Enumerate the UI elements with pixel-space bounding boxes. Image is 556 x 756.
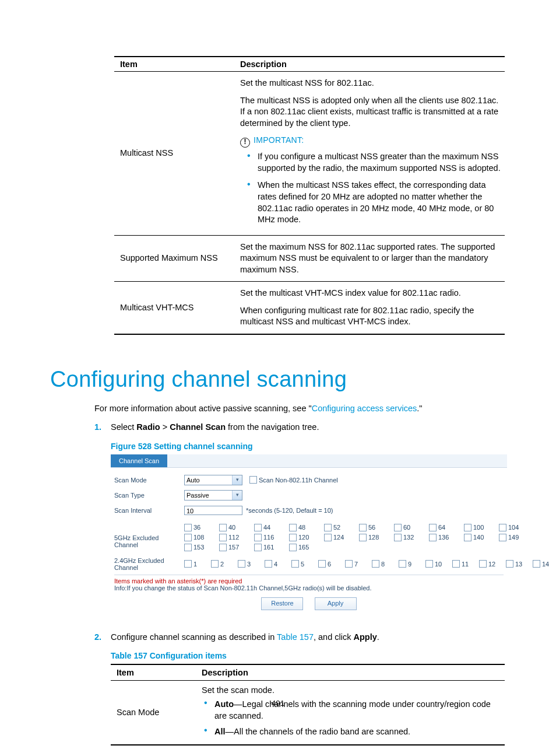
checkbox-icon xyxy=(324,534,332,541)
checkbox-scan-non-80211h[interactable]: Scan Non-802.11h Channel xyxy=(249,476,338,484)
checkbox-channel-108[interactable]: 108 xyxy=(184,534,213,541)
checkbox-channel-124[interactable]: 124 xyxy=(324,534,353,541)
checkbox-icon xyxy=(452,560,460,568)
important-icon: ! xyxy=(240,138,250,148)
checkbox-channel-149[interactable]: 149 xyxy=(499,534,528,541)
grid-24ghz: 1234567891011121314 xyxy=(184,560,556,568)
checkbox-icon xyxy=(254,544,262,551)
restore-button[interactable]: Restore xyxy=(261,597,303,610)
checkbox-channel-14[interactable]: 14 xyxy=(533,560,554,568)
checkbox-channel-40[interactable]: 40 xyxy=(219,524,248,531)
checkbox-channel-3[interactable]: 3 xyxy=(238,560,259,568)
list-item: When the multicast NSS takes effect, the… xyxy=(247,180,501,225)
checkbox-channel-132[interactable]: 132 xyxy=(394,534,423,541)
checkbox-channel-10[interactable]: 10 xyxy=(425,560,446,568)
checkbox-icon xyxy=(464,534,471,541)
important-label: IMPORTANT: xyxy=(254,135,304,145)
checkbox-channel-48[interactable]: 48 xyxy=(289,524,318,531)
checkbox-icon xyxy=(289,524,297,531)
checkbox-icon xyxy=(399,560,406,568)
hint-scan-interval: *seconds (5-120, Default = 10) xyxy=(246,507,333,514)
section-heading: Configuring channel scanning xyxy=(50,367,505,392)
text: ." xyxy=(417,404,422,413)
checkbox-icon xyxy=(324,524,332,531)
checkbox-icon xyxy=(289,544,297,551)
checkbox-icon xyxy=(499,534,506,541)
checkbox-icon xyxy=(394,524,402,531)
checkbox-channel-60[interactable]: 60 xyxy=(394,524,423,531)
checkbox-icon xyxy=(291,560,299,568)
checkbox-channel-6[interactable]: 6 xyxy=(318,560,339,568)
label-24ghz-excluded: 2.4GHz Excluded Channel xyxy=(114,557,184,571)
checkbox-channel-9[interactable]: 9 xyxy=(399,560,420,568)
checkbox-channel-104[interactable]: 104 xyxy=(499,524,528,531)
checkbox-channel-112[interactable]: 112 xyxy=(219,534,248,541)
checkbox-channel-100[interactable]: 100 xyxy=(464,524,493,531)
checkbox-channel-12[interactable]: 12 xyxy=(479,560,500,568)
checkbox-channel-136[interactable]: 136 xyxy=(429,534,458,541)
checkbox-channel-161[interactable]: 161 xyxy=(254,544,283,551)
checkbox-channel-157[interactable]: 157 xyxy=(219,544,248,551)
checkbox-icon xyxy=(254,534,262,541)
checkbox-channel-8[interactable]: 8 xyxy=(372,560,393,568)
checkbox-channel-13[interactable]: 13 xyxy=(506,560,527,568)
cell-item: Scan Mode xyxy=(111,680,196,745)
checkbox-channel-165[interactable]: 165 xyxy=(289,544,318,551)
table-row: Scan Mode Set the scan mode. Auto—Legal … xyxy=(111,680,505,745)
checkbox-channel-4[interactable]: 4 xyxy=(265,560,286,568)
checkbox-icon xyxy=(238,560,245,568)
checkbox-icon xyxy=(184,524,192,531)
checkbox-channel-64[interactable]: 64 xyxy=(429,524,458,531)
checkbox-icon xyxy=(289,534,297,541)
para: Set the maximum NSS for 802.11ac support… xyxy=(240,242,501,276)
link-configuring-access-services[interactable]: Configuring access services xyxy=(312,404,417,413)
step-2: 2. Configure channel scanning as describ… xyxy=(94,631,505,643)
checkbox-channel-11[interactable]: 11 xyxy=(452,560,473,568)
checkbox-icon xyxy=(372,560,379,568)
text: For more information about active passiv… xyxy=(94,404,312,413)
checkbox-icon xyxy=(499,524,506,531)
checkbox-channel-116[interactable]: 116 xyxy=(254,534,283,541)
checkbox-channel-1[interactable]: 1 xyxy=(184,560,205,568)
checkbox-channel-56[interactable]: 56 xyxy=(359,524,388,531)
table-row: Multicast NSS Set the multicast NSS for … xyxy=(114,72,505,236)
checkbox-channel-5[interactable]: 5 xyxy=(291,560,312,568)
para: Set the multicast NSS for 802.11ac. xyxy=(240,78,501,89)
step-text: Select Radio > Channel Scan from the nav… xyxy=(111,421,505,433)
select-scan-mode[interactable]: Auto ▾ xyxy=(184,475,242,485)
link-table-157[interactable]: Table 157 xyxy=(277,632,314,642)
checkbox-icon xyxy=(184,560,192,568)
label-scan-interval: Scan Interval xyxy=(114,507,184,514)
note-info: Info:If you change the status of Scan No… xyxy=(114,584,504,592)
checkbox-icon xyxy=(265,560,272,568)
checkbox-channel-128[interactable]: 128 xyxy=(359,534,388,541)
checkbox-icon xyxy=(219,524,227,531)
checkbox-icon xyxy=(219,534,227,541)
checkbox-channel-2[interactable]: 2 xyxy=(211,560,232,568)
para: The multicast NSS is adopted only when a… xyxy=(240,95,501,130)
intro-paragraph: For more information about active passiv… xyxy=(94,402,505,414)
select-scan-type[interactable]: Passive ▾ xyxy=(184,490,242,501)
table-caption: Table 157 Configuration items xyxy=(111,651,505,660)
input-scan-interval[interactable]: 10 xyxy=(184,506,242,515)
checkbox-icon xyxy=(359,524,367,531)
checkbox-channel-153[interactable]: 153 xyxy=(184,544,213,551)
checkbox-icon xyxy=(318,560,326,568)
checkbox-icon xyxy=(533,560,540,568)
checkbox-channel-140[interactable]: 140 xyxy=(464,534,493,541)
checkbox-channel-36[interactable]: 36 xyxy=(184,524,213,531)
chevron-down-icon: ▾ xyxy=(232,475,242,485)
th-desc: Description xyxy=(196,664,505,681)
checkbox-icon xyxy=(506,560,513,568)
checkbox-icon xyxy=(219,544,227,551)
checkbox-channel-120[interactable]: 120 xyxy=(289,534,318,541)
checkbox-channel-52[interactable]: 52 xyxy=(324,524,353,531)
tab-channel-scan[interactable]: Channel Scan xyxy=(111,454,167,467)
checkbox-channel-44[interactable]: 44 xyxy=(254,524,283,531)
th-item: Item xyxy=(114,57,234,72)
checkbox-icon xyxy=(359,534,367,541)
checkbox-channel-7[interactable]: 7 xyxy=(345,560,366,568)
cell-desc: Set the maximum NSS for 802.11ac support… xyxy=(234,235,505,282)
apply-button[interactable]: Apply xyxy=(315,597,357,610)
page-number: 491 xyxy=(0,699,556,708)
